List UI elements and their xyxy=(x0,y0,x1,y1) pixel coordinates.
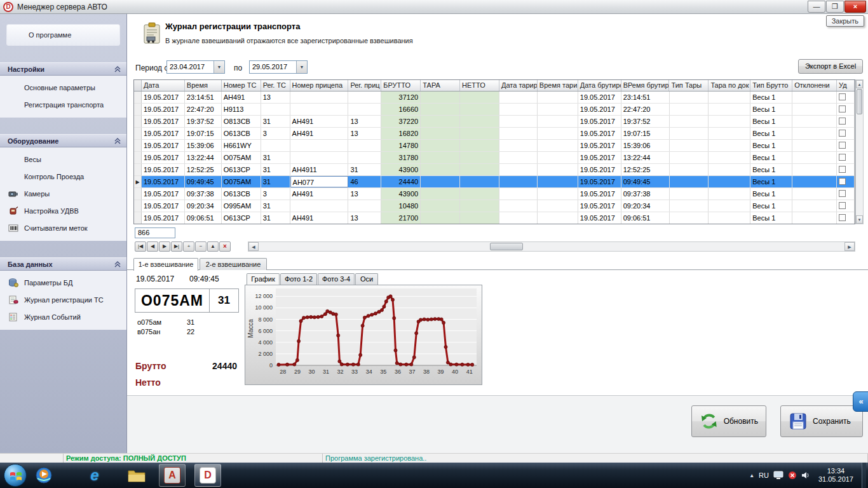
table-cell[interactable] xyxy=(261,140,290,151)
table-cell[interactable]: 19.05.2017 xyxy=(578,164,621,175)
table-cell[interactable]: Весы 1 xyxy=(750,188,792,200)
table-cell[interactable]: О075АМ xyxy=(222,152,261,163)
table-cell[interactable]: 37220 xyxy=(381,116,421,127)
tab-axes[interactable]: Оси xyxy=(355,273,378,285)
table-cell[interactable]: Весы 1 xyxy=(750,92,792,103)
sidebar-section-equipment[interactable]: Оборудование xyxy=(0,134,126,147)
table-cell[interactable] xyxy=(670,212,709,224)
table-cell[interactable] xyxy=(792,212,837,224)
row-checkbox[interactable] xyxy=(839,93,846,100)
sidebar-item-events-journal[interactable]: Журнал Событий xyxy=(0,309,126,326)
row-checkbox[interactable] xyxy=(839,178,846,185)
date-from-picker[interactable]: 23.04.2017 ▼ xyxy=(166,60,225,74)
navigator-button-5[interactable]: − xyxy=(195,241,207,252)
table-cell[interactable]: 13 xyxy=(348,188,381,200)
table-cell[interactable]: 19.05.2017 xyxy=(142,128,185,139)
table-cell[interactable] xyxy=(261,104,290,115)
navigator-button-2[interactable]: ▶ xyxy=(159,241,170,252)
table-cell[interactable]: Весы 1 xyxy=(750,140,792,151)
table-cell[interactable] xyxy=(421,164,460,175)
language-indicator[interactable]: RU xyxy=(759,471,769,479)
table-row[interactable]: 19.05.201719:07:15О613СВ3АН491131682019.… xyxy=(134,128,855,140)
table-cell[interactable]: 19.05.2017 xyxy=(578,116,621,127)
table-cell[interactable]: О613СВ xyxy=(222,128,261,139)
table-cell[interactable]: 31780 xyxy=(381,152,421,163)
table-cell[interactable] xyxy=(290,152,349,163)
table-cell[interactable] xyxy=(421,92,460,103)
navigator-close-button[interactable]: × xyxy=(219,241,231,252)
table-row[interactable]: 19.05.201722:47:20Н91131666019.05.201722… xyxy=(134,104,855,116)
table-cell[interactable]: О613СР xyxy=(222,212,261,224)
title-bar[interactable]: D Менеджер сервера АВТО — ❒ × xyxy=(0,0,868,14)
table-cell[interactable]: 19.05.2017 xyxy=(142,104,185,115)
table-cell[interactable]: 19.05.2017 xyxy=(142,176,185,187)
table-horizontal-scrollbar[interactable]: ◀ ▶ xyxy=(248,241,855,252)
table-cell[interactable]: 19.05.2017 xyxy=(142,92,185,103)
table-cell[interactable]: 23:14:51 xyxy=(621,92,670,103)
table-cell[interactable] xyxy=(709,104,750,115)
table-cell[interactable]: 16660 xyxy=(381,104,421,115)
tab-chart[interactable]: График xyxy=(247,273,280,285)
table-row[interactable]: 19.05.201709:20:34О995АМ311048019.05.201… xyxy=(134,200,855,212)
sidebar-item-db-params[interactable]: Параметры БД xyxy=(0,274,126,292)
tab-first-weighing[interactable]: 1-е взвешивание xyxy=(133,258,198,271)
speaker-icon[interactable] xyxy=(801,471,810,480)
navigator-button-4[interactable]: + xyxy=(183,241,194,252)
navigator-button-0[interactable]: |◀ xyxy=(135,241,146,252)
table-cell[interactable] xyxy=(538,140,578,151)
table-cell[interactable] xyxy=(538,212,578,224)
table-cell[interactable]: 13 xyxy=(348,212,381,224)
table-cell[interactable]: Н661WY xyxy=(222,140,261,151)
table-cell[interactable] xyxy=(499,104,538,115)
table-cell[interactable]: Весы 1 xyxy=(750,104,792,115)
start-button[interactable] xyxy=(4,464,27,487)
table-cell[interactable] xyxy=(499,140,538,151)
table-cell[interactable] xyxy=(538,200,578,212)
table-row[interactable]: 19.05.201713:22:44О075АМ313178019.05.201… xyxy=(134,152,855,164)
table-cell[interactable]: 31 xyxy=(261,212,290,224)
table-cell[interactable]: 31 xyxy=(261,176,290,187)
table-cell[interactable] xyxy=(499,212,538,224)
table-cell[interactable] xyxy=(290,140,349,151)
table-cell[interactable]: 22:47:20 xyxy=(185,104,222,115)
table-cell[interactable] xyxy=(792,140,837,151)
table-cell[interactable] xyxy=(421,176,460,187)
table-cell[interactable] xyxy=(499,164,538,175)
table-vertical-scrollbar[interactable]: ▲ ▼ xyxy=(855,79,864,224)
table-cell[interactable]: 09:37:38 xyxy=(185,188,222,200)
table-cell[interactable] xyxy=(538,188,578,200)
table-cell[interactable] xyxy=(460,128,499,139)
taskbar-explorer-icon[interactable] xyxy=(123,464,150,487)
table-cell[interactable] xyxy=(499,152,538,163)
table-cell[interactable]: О813СВ xyxy=(222,116,261,127)
refresh-button[interactable]: Обновить xyxy=(691,405,766,437)
table-cell[interactable]: 19.05.2017 xyxy=(578,188,621,200)
table-cell[interactable]: 09:06:51 xyxy=(185,212,222,224)
row-checkbox[interactable] xyxy=(839,190,846,197)
table-cell[interactable]: 19.05.2017 xyxy=(578,200,621,212)
sidebar-item-udvv-settings[interactable]: Настройка УДВВ xyxy=(0,203,126,220)
table-cell[interactable]: 22:47:20 xyxy=(621,104,670,115)
date-to-picker[interactable]: 29.05.2017 ▼ xyxy=(249,60,308,74)
table-cell[interactable]: 16820 xyxy=(381,128,421,139)
table-cell[interactable]: 3 xyxy=(261,128,290,139)
table-cell[interactable]: 21700 xyxy=(381,212,421,224)
table-cell[interactable] xyxy=(538,164,578,175)
column-header[interactable]: Дата тарир xyxy=(499,80,538,91)
table-cell[interactable] xyxy=(709,212,750,224)
table-cell[interactable] xyxy=(538,128,578,139)
sidebar-item-tc-registration-journal[interactable]: Журнал регистрации ТС xyxy=(0,292,126,309)
table-cell[interactable]: 19.05.2017 xyxy=(578,128,621,139)
table-cell[interactable]: 19.05.2017 xyxy=(578,152,621,163)
table-cell[interactable]: 09:37:38 xyxy=(621,188,670,200)
table-cell[interactable]: Н9113 xyxy=(222,104,261,115)
table-cell[interactable]: АН077 xyxy=(290,176,349,187)
row-checkbox[interactable] xyxy=(839,130,846,137)
tab-photo-1-2[interactable]: Фото 1-2 xyxy=(280,273,317,285)
table-row[interactable]: 19.05.201709:37:38О613СВ3АН491134390019.… xyxy=(134,188,855,200)
scroll-left-icon[interactable]: ◀ xyxy=(248,242,259,251)
column-header[interactable]: Рег. приц xyxy=(348,80,381,91)
column-header[interactable]: Дата xyxy=(142,80,185,91)
sidebar-item-scales[interactable]: Весы xyxy=(0,151,126,168)
table-cell[interactable] xyxy=(792,164,837,175)
